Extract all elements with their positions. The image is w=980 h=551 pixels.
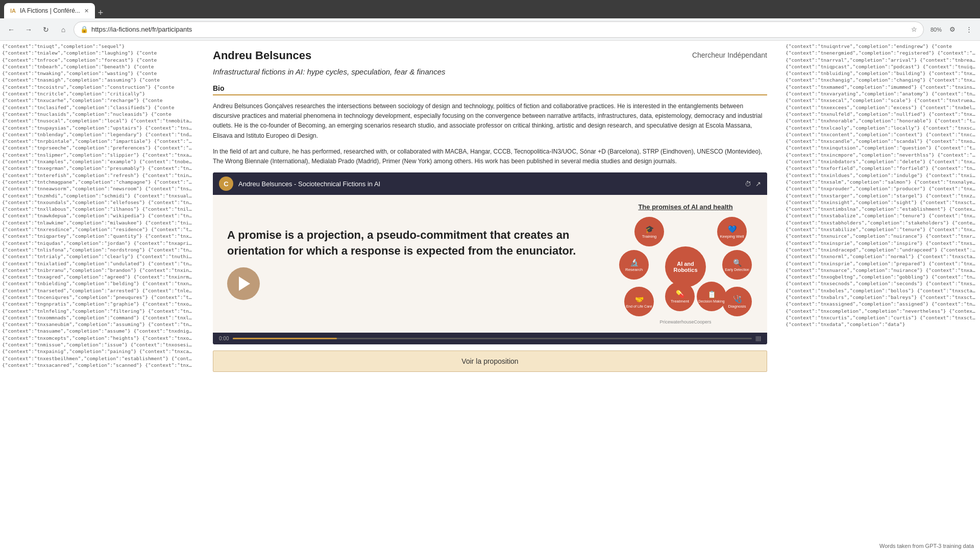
video-header-icons: ⏱ ↗ [745, 180, 761, 188]
json-line: {"context":"tnxsecal","completion":"scal… [786, 97, 978, 104]
json-line: {"context":"tnxprouder","completion":"pr… [786, 185, 978, 192]
treatment-icon: 💊 [676, 290, 684, 298]
address-bar[interactable]: 🔒 https://ia-fictions.net/fr/participant… [74, 21, 924, 38]
voir-proposition-button[interactable]: Voir la proposition [213, 350, 767, 372]
menu-button[interactable]: ⋮ [962, 22, 976, 37]
json-line: {"context":"tntrialy","completion":"clea… [2, 253, 194, 260]
early-detection-icon: 🔍 [733, 259, 742, 267]
json-line: {"context":"tnxscandle","completion":"sc… [786, 138, 978, 144]
json-line: {"context":"tnbielding","completion":"be… [2, 280, 194, 287]
orbit-research: 🔬 Research [619, 250, 649, 280]
video-avatar: C [219, 177, 233, 191]
json-line: {"context":"tnzmhdi","completion":"schmi… [2, 192, 194, 199]
json-line: {"context":"tnterefish","completion":"re… [2, 172, 194, 179]
back-button[interactable]: ← [4, 22, 18, 37]
progress-bar-fill [233, 338, 336, 339]
bookmark-icon[interactable]: ☆ [911, 26, 917, 33]
json-line: {"context":"tnxnulfeld","completion":"nu… [786, 111, 978, 117]
json-line: {"context":"tnxmamed","completion":"imum… [786, 84, 978, 90]
json-line: {"context":"tnlawkime","completion":"mil… [2, 219, 194, 226]
json-line: {"context":"tnblenday","completion":"leg… [2, 131, 194, 138]
orbit-end-of-life: 🤝 End of Life Care [624, 287, 654, 316]
json-line: {"context":"tntchmagpane","completion":"… [2, 179, 194, 185]
video-tagline: A promise is a projection, a pseudo-comm… [227, 228, 590, 259]
json-line: {"context":"tnbluiding","completion":"bu… [786, 70, 978, 77]
json-line: {"context":"tnxamples","completion":"exa… [2, 158, 194, 165]
json-line: {"context":"tnxntimbslna","completion":"… [786, 206, 978, 212]
json-line: {"context":"tnxogbeltng","completion":"g… [786, 273, 978, 280]
json-line: {"context":"tnxstabalize","completion":"… [786, 212, 978, 219]
json-line: {"context":"tnxexcees","completion":"exc… [786, 104, 978, 111]
json-line: {"context":"tnceniqures","completion":"p… [2, 294, 194, 300]
json-line: {"context":"tnxsacanred","completion":"s… [2, 362, 194, 368]
json-line: {"context":"tniqpcast","completion":"pod… [786, 63, 978, 70]
json-line: {"context":"tngnpratis","completion":"gr… [2, 300, 194, 307]
participant-subtitle: Infrastructural fictions in AI: hype cyc… [213, 67, 767, 76]
progress-bar[interactable] [233, 338, 751, 339]
json-line: {"context":"tnupaysias","completion":"up… [2, 124, 194, 131]
tab-close-button[interactable]: ✕ [84, 8, 89, 14]
status-bar: Words taken from GPT-3 training data [873, 541, 980, 551]
end-of-life-icon: 🤝 [635, 295, 644, 304]
orbit-decision-making: 📋 Decision Making [697, 282, 726, 311]
zoom-level[interactable]: 80% [929, 22, 943, 37]
home-button[interactable]: ⌂ [56, 22, 70, 37]
address-text: https://ia-fictions.net/fr/participants [91, 26, 908, 33]
json-line: {"context":"tnrpbintale","completion":"i… [2, 138, 194, 144]
json-line: {"context":"tnxinldues","completion":"in… [786, 172, 978, 179]
video-header: C Andreu Belsunces - Sociotechnical Fict… [213, 172, 767, 195]
new-tab-button[interactable]: + [98, 8, 104, 18]
json-line: {"context":"tnarrval","completion":"arri… [786, 57, 978, 63]
json-line: {"context":"tnasuame","completion":"assu… [2, 328, 194, 334]
json-line: {"context":"tnxlcaoly","completion":"loc… [786, 124, 978, 131]
refresh-button[interactable]: ↻ [39, 22, 53, 37]
security-icon: 🔒 [80, 26, 88, 33]
json-line: {"context":"tnwaking","completion":"wast… [2, 70, 194, 77]
json-line: {"context":"tnarseted","completion":"arr… [2, 287, 194, 294]
video-time-label: 0:00 [219, 336, 229, 341]
json-line: {"context":"tnxnorml","completion":"norm… [786, 253, 978, 260]
play-button[interactable] [227, 267, 260, 300]
json-line: {"context":"tnxinsprie","completion":"pr… [786, 260, 978, 267]
left-sidebar-json: {"context":"tniuqt","completion":"sequel… [0, 41, 197, 551]
json-line: {"context":"tnxchangig","completion":"ch… [786, 77, 978, 83]
video-container: C Andreu Belsunces - Sociotechnical Fict… [213, 172, 767, 344]
json-line: {"context":"tnxnuarce","completion":"nui… [786, 267, 978, 273]
json-line: {"context":"tnibrranu","completion":"bra… [2, 267, 194, 273]
json-line: {"context":"tnmissue","completion":"issu… [2, 341, 194, 348]
json-line: {"context":"tnusocal","completion":"loca… [2, 117, 194, 124]
right-sidebar-json: {"context":"tnuiqntrve","completion":"en… [783, 41, 980, 551]
json-line: {"context":"tnlisfona","completion":"nor… [2, 246, 194, 253]
video-left-panel: A promise is a projection, a pseudo-comm… [213, 195, 604, 333]
json-line: {"context":"tnxresdince","completion":"r… [2, 226, 194, 233]
video-title: Andreu Belsunces - Sociotechnical Fictio… [238, 180, 380, 188]
orbit-keeping-well: 💙 Keeping Well [717, 217, 747, 246]
keeping-well-icon: 💙 [728, 225, 737, 233]
browser-chrome: IA IA Fictions | Conféré... ✕ + [0, 0, 980, 18]
json-line: {"context":"tnxsaneubim","completion":"a… [2, 321, 194, 328]
json-line: {"context":"tnxestbeilhmen","completion"… [2, 355, 194, 362]
orbit-early-detection: 🔍 Early Detection [722, 250, 752, 280]
browser-toolbar: ← → ↻ ⌂ 🔒 https://ia-fictions.net/fr/par… [0, 18, 980, 41]
active-tab[interactable]: IA IA Fictions | Conféré... ✕ [4, 3, 95, 18]
toolbar-icons: 80% ⚙ ⋮ [929, 22, 976, 37]
json-line: {"context":"tnneawsorm","completion":"ne… [2, 185, 194, 192]
tab-bar: IA IA Fictions | Conféré... ✕ + [4, 0, 103, 18]
bio-section-title: Bio [213, 84, 767, 95]
json-line: {"context":"tniuqt","completion":"sequel… [2, 43, 194, 49]
forward-button[interactable]: → [21, 22, 36, 37]
json-line: {"context":"tniqpartey","completion":"qu… [2, 233, 194, 239]
extensions-button[interactable]: ⚙ [945, 22, 960, 37]
status-text: Words taken from GPT-3 training data [879, 543, 974, 549]
json-line: {"context":"tnxcontent","completion":"co… [786, 131, 978, 138]
chart-source: PricewaterhouseCoopers [659, 319, 711, 324]
json-line: {"context":"tnxbalrs","completion":"balr… [786, 294, 978, 300]
json-line: {"context":"tnialew","completion":"laugh… [2, 49, 194, 56]
json-line: {"context":"tniqudas","completion":"jord… [2, 240, 194, 246]
tab-favicon: IA [10, 8, 16, 14]
json-line: {"context":"tnuclasids","completion":"nu… [2, 111, 194, 117]
bio-paragraph-2: In the field of art and culture, he has … [213, 147, 767, 166]
tab-title: IA Fictions | Conféré... [20, 7, 80, 14]
video-footer: 0:00 |||| [213, 333, 767, 344]
json-line: {"context":"tnawkdepua","completion":"wi… [2, 212, 194, 219]
